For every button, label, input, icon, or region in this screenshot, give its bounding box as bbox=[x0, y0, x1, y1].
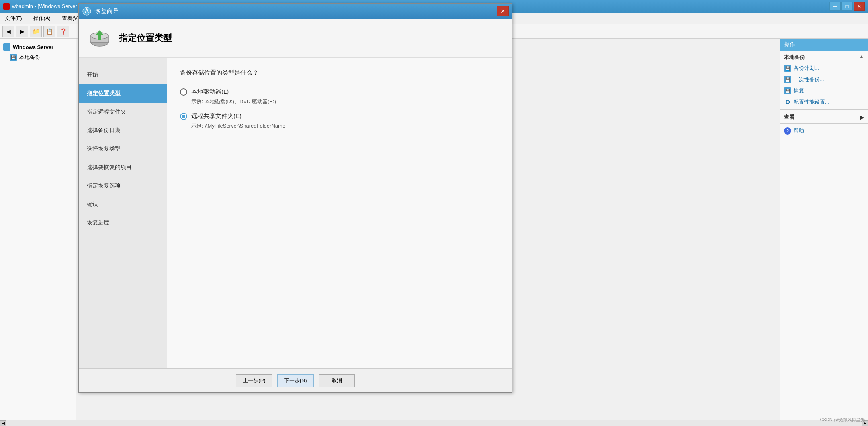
restore-wizard-icon bbox=[88, 27, 111, 49]
step-location-type[interactable]: 指定位置类型 bbox=[79, 84, 167, 103]
radio-option-local: 本地驱动器(L) 示例: 本地磁盘(D:)、DVD 驱动器(E:) bbox=[180, 88, 499, 105]
radio-local-row: 本地驱动器(L) bbox=[180, 88, 499, 96]
dialog-body: 开始 指定位置类型 指定远程文件夹 选择备份日期 选择恢复类型 选择要恢复的项目 bbox=[79, 58, 512, 368]
step-recovery-options[interactable]: 指定恢复选项 bbox=[79, 177, 167, 195]
radio-local-label: 本地驱动器(L) bbox=[191, 88, 229, 96]
cancel-button[interactable]: 取消 bbox=[319, 374, 355, 387]
radio-remote-button[interactable] bbox=[180, 113, 187, 120]
dialog-overlay: 恢复向导 ✕ 指定位置类型 开始 指定 bbox=[0, 0, 868, 426]
back-button[interactable]: 上一步(P) bbox=[236, 374, 272, 387]
next-button[interactable]: 下一步(N) bbox=[277, 374, 314, 387]
content-question: 备份存储位置的类型是什么？ bbox=[180, 69, 499, 77]
dialog-footer: 上一步(P) 下一步(N) 取消 bbox=[79, 368, 512, 392]
radio-remote-label: 远程共享文件夹(E) bbox=[191, 112, 242, 120]
step-recovery-items[interactable]: 选择要恢复的项目 bbox=[79, 158, 167, 177]
radio-remote-row: 远程共享文件夹(E) bbox=[180, 112, 499, 120]
dialog-content: 备份存储位置的类型是什么？ 本地驱动器(L) 示例: 本地磁盘(D:)、DVD … bbox=[167, 58, 512, 368]
watermark: CSDN @恍惚风掠星光 bbox=[820, 417, 865, 423]
step-remote-folder[interactable]: 指定远程文件夹 bbox=[79, 103, 167, 121]
step-confirm[interactable]: 确认 bbox=[79, 195, 167, 214]
dialog-header-title: 指定位置类型 bbox=[119, 32, 172, 44]
dialog-close-button[interactable]: ✕ bbox=[497, 6, 509, 16]
dialog-title: 恢复向导 bbox=[95, 8, 497, 15]
step-recovery-type[interactable]: 选择恢复类型 bbox=[79, 140, 167, 158]
dialog-titlebar: 恢复向导 ✕ bbox=[79, 4, 512, 19]
step-progress[interactable]: 恢复进度 bbox=[79, 214, 167, 232]
recovery-wizard-dialog: 恢复向导 ✕ 指定位置类型 开始 指定 bbox=[78, 3, 512, 393]
wizard-icon bbox=[82, 6, 92, 16]
radio-local-example: 示例: 本地磁盘(D:)、DVD 驱动器(E:) bbox=[191, 98, 499, 105]
radio-option-remote: 远程共享文件夹(E) 示例: \\MyFileServer\SharedFold… bbox=[180, 112, 499, 130]
dialog-header: 指定位置类型 bbox=[79, 19, 512, 58]
dialog-steps: 开始 指定位置类型 指定远程文件夹 选择备份日期 选择恢复类型 选择要恢复的项目 bbox=[79, 58, 167, 368]
step-start[interactable]: 开始 bbox=[79, 66, 167, 84]
step-backup-date[interactable]: 选择备份日期 bbox=[79, 121, 167, 140]
radio-local-button[interactable] bbox=[180, 88, 187, 96]
radio-remote-example: 示例: \\MyFileServer\SharedFolderName bbox=[191, 122, 499, 130]
